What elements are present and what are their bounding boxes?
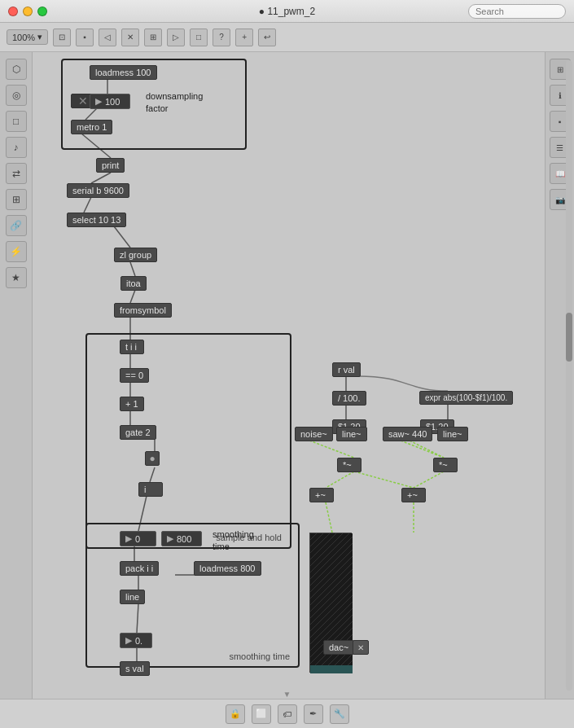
expr-obj[interactable]: expr abs(100-$f1)/100. — [419, 391, 513, 405]
print-obj[interactable]: print — [96, 158, 125, 173]
svg-line-33 — [410, 441, 444, 458]
sidebar-icon-image[interactable]: ⊞ — [6, 189, 27, 210]
noise-obj[interactable]: noise~ — [295, 427, 333, 441]
svg-rect-37 — [310, 665, 353, 673]
line-tilde-right[interactable]: line~ — [437, 427, 468, 441]
numbox0-arrow: ▶ — [125, 533, 132, 544]
sidebar-icon-note[interactable]: ♪ — [6, 137, 27, 158]
sidebar-icon-box[interactable]: □ — [6, 111, 27, 132]
scrollbar-thumb[interactable] — [566, 313, 572, 362]
zoom-control[interactable]: 100% ▾ — [7, 29, 48, 45]
serial-obj[interactable]: serial b 9600 — [67, 183, 129, 198]
bottom-pen-icon[interactable]: ✒ — [304, 704, 323, 724]
search-input[interactable] — [468, 4, 566, 19]
bottom-tag-icon[interactable]: 🏷 — [278, 704, 297, 724]
line-obj[interactable]: line — [120, 590, 145, 604]
toolbar-btn-5[interactable]: ⊞ — [144, 29, 162, 46]
window-controls[interactable] — [8, 7, 47, 16]
left-sidebar: ⬡ ◎ □ ♪ ⇄ ⊞ 🔗 ⚡ ★ — [0, 52, 33, 699]
numbox-dot0[interactable]: ▶ 0. — [120, 633, 152, 648]
dot0-val: 0. — [135, 636, 142, 646]
svg-line-29 — [354, 471, 414, 488]
svg-line-25 — [309, 441, 354, 458]
circle-obj[interactable]: ● — [145, 451, 160, 466]
svg-line-3 — [91, 173, 111, 183]
sidebar-icon-star[interactable]: ★ — [6, 267, 27, 288]
toolbar-btn-7[interactable]: □ — [190, 29, 208, 46]
zlgroup-obj[interactable]: zl group — [114, 248, 157, 262]
sval-obj[interactable]: s val — [120, 661, 150, 676]
saw-obj[interactable]: saw~ 440 — [383, 427, 432, 441]
main-toolbar: 100% ▾ ⊡ ▪ ◁ ✕ ⊞ ▷ □ ? + ↩ — [0, 23, 574, 52]
toolbar-btn-6[interactable]: ▷ — [167, 29, 185, 46]
numbox800-arrow: ▶ — [167, 533, 173, 544]
close-button[interactable] — [8, 7, 18, 16]
packii-obj[interactable]: pack i i — [120, 561, 159, 576]
numbox0-val: 0 — [135, 534, 140, 544]
comment-smoothing: smoothingtime — [210, 528, 256, 555]
search-area[interactable] — [468, 4, 566, 19]
toolbar-btn-10[interactable]: ↩ — [258, 29, 276, 46]
toolbar-btn-2[interactable]: ▪ — [76, 29, 94, 46]
eq0-obj[interactable]: == 0 — [120, 368, 149, 383]
dot0-arrow: ▶ — [125, 635, 132, 646]
gate2-obj[interactable]: gate 2 — [120, 425, 156, 440]
plus1-obj[interactable]: + 1 — [120, 397, 144, 411]
zoom-label: 100% — [12, 33, 35, 42]
mult-tilde-left[interactable]: *~ — [337, 458, 361, 472]
numbox-value: 100 — [105, 97, 120, 107]
div100-obj[interactable]: / 100. — [332, 391, 366, 406]
svg-line-30 — [326, 502, 332, 533]
scrollbar-track[interactable] — [566, 60, 572, 691]
sidebar-icon-circle[interactable]: ◎ — [6, 85, 27, 106]
numbox-100[interactable]: ▶ 100 — [90, 94, 130, 109]
sidebar-icon-cube[interactable]: ⬡ — [6, 59, 27, 80]
bottom-box-icon[interactable]: ⬜ — [252, 704, 271, 724]
bottom-toolbar: 🔒 ⬜ 🏷 ✒ 🔧 ▼ — [0, 699, 574, 728]
bottom-wrench-icon[interactable]: 🔧 — [330, 704, 349, 724]
add-tilde-right[interactable]: +~ — [401, 488, 426, 502]
svg-line-26 — [401, 441, 444, 458]
toolbar-btn-8[interactable]: ? — [213, 29, 230, 46]
svg-line-4 — [84, 197, 91, 213]
add-tilde-left[interactable]: +~ — [309, 488, 334, 502]
numbox-arrow: ▶ — [95, 96, 102, 107]
sidebar-icon-arrows[interactable]: ⇄ — [6, 163, 27, 184]
tii-obj[interactable]: t i i — [120, 340, 144, 354]
itoa-obj[interactable]: itoa — [120, 276, 147, 291]
numbox800-val: 800 — [177, 534, 191, 544]
titlebar: ● 11_pwm_2 — [0, 0, 574, 23]
mult-tilde-right[interactable]: *~ — [433, 458, 458, 472]
toolbar-btn-3[interactable]: ◁ — [99, 29, 116, 46]
numbox-0[interactable]: ▶ 0 — [120, 531, 156, 546]
zoom-arrow: ▾ — [37, 32, 42, 42]
svg-line-7 — [130, 290, 135, 303]
line-tilde-left[interactable]: line~ — [336, 427, 367, 441]
svg-line-28 — [414, 471, 444, 488]
toolbar-btn-4[interactable]: ✕ — [121, 29, 139, 46]
right-sidebar: ⊞ ℹ ▪ ☰ 📖 📷 — [545, 52, 574, 699]
comment-downsampling: downsamplingfactor — [143, 90, 205, 116]
i-obj[interactable]: i — [138, 482, 163, 497]
bottom-lock-icon[interactable]: 🔒 — [226, 704, 245, 724]
rval-obj[interactable]: r val — [332, 362, 361, 377]
maximize-button[interactable] — [37, 7, 47, 16]
loadmess800-obj[interactable]: loadmess 800 — [194, 561, 261, 576]
numbox-800[interactable]: ▶ 800 — [161, 531, 202, 546]
dac-obj[interactable]: dac~ — [323, 640, 354, 655]
toolbar-btn-1[interactable]: ⊡ — [53, 29, 71, 46]
dac-close-button[interactable]: ✕ — [353, 640, 369, 655]
sidebar-icon-plugin[interactable]: ⚡ — [6, 241, 27, 262]
svg-line-27 — [326, 471, 354, 488]
loadmess-obj[interactable]: loadmess 100 — [90, 65, 157, 80]
scroll-arrow: ▼ — [281, 691, 294, 697]
minimize-button[interactable] — [23, 7, 33, 16]
toolbar-btn-9[interactable]: + — [235, 29, 253, 46]
svg-line-5 — [114, 226, 130, 248]
patch-canvas[interactable]: sample and hold smoothing time loadmess … — [33, 52, 545, 699]
select-obj[interactable]: select 10 13 — [67, 213, 126, 227]
fromsymbol-obj[interactable]: fromsymbol — [114, 303, 172, 318]
group-sample-hold: sample and hold — [85, 333, 291, 549]
metro-obj[interactable]: metro 1 — [71, 120, 112, 134]
sidebar-icon-link[interactable]: 🔗 — [6, 215, 27, 236]
